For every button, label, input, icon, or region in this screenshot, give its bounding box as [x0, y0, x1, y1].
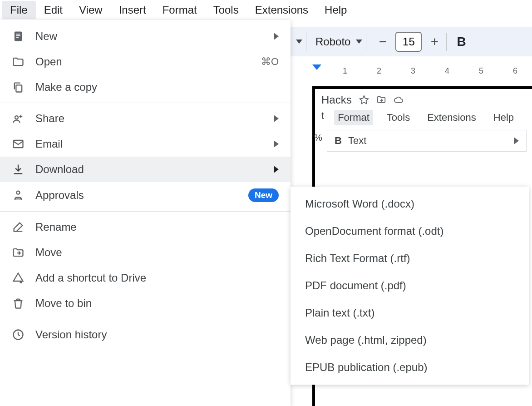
menu-separator: [0, 211, 291, 212]
download-pdf[interactable]: PDF document (.pdf): [291, 272, 529, 299]
menu-file[interactable]: File: [2, 1, 36, 19]
file-email-label: Email: [35, 138, 63, 150]
history-icon: [12, 328, 25, 341]
ruler-tick: 3: [411, 66, 415, 76]
zoom-percent-fragment: %: [314, 133, 322, 143]
folder-icon: [12, 55, 25, 68]
svg-rect-4: [16, 85, 22, 92]
submenu-arrow-icon: [274, 166, 279, 173]
menu-insert[interactable]: Insert: [111, 1, 154, 19]
svg-rect-2: [16, 35, 20, 36]
download-icon: [12, 163, 25, 176]
file-rename-label: Rename: [35, 221, 77, 233]
file-rename[interactable]: Rename: [0, 214, 291, 240]
ruler-tick: 1: [343, 66, 347, 76]
menu-extensions[interactable]: Extensions: [247, 1, 316, 19]
menu-view[interactable]: View: [71, 1, 111, 19]
file-new[interactable]: New: [0, 24, 291, 49]
submenu-arrow-icon: [274, 115, 279, 122]
file-add-shortcut[interactable]: Add a shortcut to Drive: [0, 265, 291, 291]
toolbar: Roboto − + B: [291, 27, 532, 56]
download-html[interactable]: Web page (.html, zipped): [291, 327, 529, 354]
font-size-group: − +: [366, 33, 443, 51]
download-option-label: Web page (.html, zipped): [305, 334, 427, 347]
download-txt[interactable]: Plain text (.txt): [291, 299, 529, 327]
trash-icon: [12, 297, 25, 310]
file-bin-label: Move to bin: [35, 297, 92, 310]
cloud-status-icon[interactable]: [394, 95, 404, 105]
svg-point-7: [17, 191, 20, 194]
download-epub[interactable]: EPUB publication (.epub): [291, 354, 529, 381]
email-icon: [12, 138, 25, 150]
embedded-doc-header: Hacks: [320, 94, 532, 106]
move-icon: [12, 246, 25, 259]
move-folder-icon[interactable]: [376, 95, 386, 105]
svg-rect-0: [15, 32, 22, 41]
file-open[interactable]: Open ⌘O: [0, 49, 291, 74]
file-share[interactable]: Share: [0, 106, 291, 131]
bold-button[interactable]: B: [457, 35, 466, 49]
file-dropdown: New Open ⌘O Make a copy Share Email: [0, 20, 291, 406]
download-rtf[interactable]: Rich Text Format (.rtf): [291, 245, 529, 272]
file-version-label: Version history: [35, 328, 107, 341]
decrease-font-size-button[interactable]: −: [374, 34, 391, 50]
embedded-doc-title: Hacks: [321, 94, 352, 106]
file-open-label: Open: [35, 55, 62, 68]
menu-tools[interactable]: Tools: [205, 1, 247, 19]
file-download[interactable]: Download: [0, 157, 291, 182]
embedded-menu-extensions[interactable]: Extensions: [424, 110, 480, 125]
menu-separator: [0, 319, 291, 319]
download-option-label: Plain text (.txt): [305, 307, 374, 319]
download-submenu: Microsoft Word (.docx) OpenDocument form…: [291, 187, 529, 385]
menu-separator: [0, 103, 291, 103]
embedded-menu-tools[interactable]: Tools: [383, 110, 414, 125]
embedded-menubar: t Format Tools Extensions Help: [320, 110, 532, 125]
ruler-tick: 4: [445, 66, 449, 76]
file-approvals-label: Approvals: [35, 189, 84, 202]
drive-shortcut-icon: [12, 272, 25, 284]
increase-font-size-button[interactable]: +: [426, 34, 443, 50]
star-icon[interactable]: [359, 95, 369, 105]
download-option-label: PDF document (.pdf): [305, 279, 406, 292]
menu-help[interactable]: Help: [316, 1, 355, 19]
download-docx[interactable]: Microsoft Word (.docx): [291, 190, 529, 218]
menu-edit[interactable]: Edit: [36, 1, 71, 19]
rename-icon: [12, 221, 25, 233]
download-odt[interactable]: OpenDocument format (.odt): [291, 218, 529, 245]
file-approvals[interactable]: Approvals New: [0, 182, 291, 208]
file-copy-label: Make a copy: [35, 81, 97, 94]
embedded-menu-help[interactable]: Help: [490, 110, 517, 125]
download-option-label: OpenDocument format (.odt): [305, 225, 443, 238]
file-email[interactable]: Email: [0, 131, 291, 157]
file-version-history[interactable]: Version history: [0, 322, 291, 347]
font-size-input[interactable]: [395, 32, 422, 52]
share-icon: [12, 112, 25, 125]
embedded-submenu-text[interactable]: Text: [348, 135, 366, 147]
ruler-tick: 6: [513, 66, 517, 76]
submenu-arrow-icon: [514, 137, 519, 144]
download-option-label: Microsoft Word (.docx): [305, 198, 414, 210]
font-name: Roboto: [315, 35, 350, 48]
bold-icon: B: [335, 135, 342, 147]
file-move[interactable]: Move: [0, 240, 291, 265]
embedded-menu-format[interactable]: Format: [334, 110, 373, 125]
styles-dropdown-caret-icon[interactable]: [296, 40, 302, 44]
indent-marker-icon[interactable]: [312, 64, 321, 70]
file-open-shortcut: ⌘O: [261, 56, 279, 68]
file-make-copy[interactable]: Make a copy: [0, 74, 291, 100]
copy-icon: [12, 81, 25, 94]
file-new-label: New: [35, 30, 57, 43]
file-download-label: Download: [35, 163, 84, 176]
ruler-tick: 5: [479, 66, 483, 76]
file-move-label: Move: [35, 246, 62, 259]
svg-rect-3: [16, 37, 19, 38]
menu-format[interactable]: Format: [154, 1, 205, 19]
embedded-format-submenu: B Text: [327, 130, 527, 152]
approvals-icon: [12, 189, 25, 202]
svg-point-5: [15, 116, 18, 119]
ruler[interactable]: 1 2 3 4 5 6: [291, 64, 532, 80]
font-dropdown-caret-icon: [356, 40, 362, 44]
file-move-to-bin[interactable]: Move to bin: [0, 291, 291, 316]
font-selector[interactable]: Roboto: [306, 33, 362, 51]
embedded-menu-fragment: t: [321, 110, 324, 125]
